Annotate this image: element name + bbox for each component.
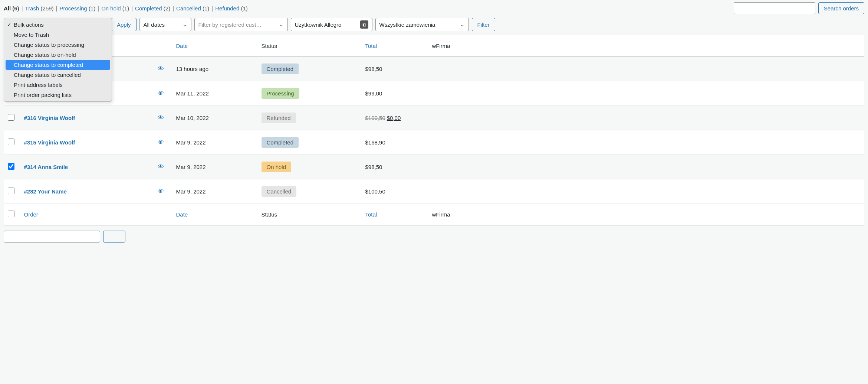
bulk-actions-dropdown[interactable]: Bulk actionsMove to TrashChange status t… [4,18,112,102]
status-badge: Processing [262,88,299,99]
search-orders-button[interactable]: Search orders [818,2,864,14]
wfirma-cell [428,155,864,179]
orders-table: Order Date Status Total wFirma 👁13 hours… [4,35,864,225]
column-status-footer: Status [258,204,362,225]
dates-filter-select[interactable]: All dates ⌄ [139,18,191,31]
table-header-row: Order Date Status Total wFirma [4,35,864,57]
apply-button-bottom[interactable] [103,231,125,243]
wfirma-cell [428,81,864,106]
wfirma-cell [428,57,864,81]
filters-toolbar: Bulk actionsMove to TrashChange status t… [4,18,864,31]
status-filter-link[interactable]: Refunded (1) [215,5,248,12]
order-date: Mar 9, 2022 [172,155,258,179]
order-link[interactable]: #314 Anna Smile [24,164,68,170]
bulk-action-option[interactable]: Change status to cancelled [4,70,112,80]
status-badge: Refunded [262,113,296,123]
status-badge: Completed [262,64,299,74]
row-checkbox[interactable] [8,114,14,121]
chevron-down-icon: ⌄ [460,21,465,28]
order-date: 13 hours ago [172,57,258,81]
column-total[interactable]: Total [362,35,428,57]
orders-filter-select[interactable]: Wszystkie zamówienia ⌄ [375,18,469,31]
status-filter-link[interactable]: Processing (1) [60,5,96,12]
customer-filter-select[interactable]: Filter by registered cust… ⌄ [194,18,288,31]
orders-filter-label: Wszystkie zamówienia [379,22,435,28]
order-date: Mar 9, 2022 [172,179,258,204]
order-total: $100,50 [362,179,428,204]
row-checkbox[interactable] [8,163,14,170]
apply-button[interactable]: Apply [111,18,137,31]
status-badge: On hold [262,162,292,172]
filter-button[interactable]: Filter [472,18,495,31]
table-row[interactable]: #315 Virginia Woolf👁Mar 9, 2022Completed… [4,130,864,155]
bulk-actions-select-bottom[interactable] [4,231,100,243]
footer-toolbar [4,231,864,243]
status-links: All (6) | Trash (259) | Processing (1) |… [4,5,248,12]
table-footer-row: Order Date Status Total wFirma [4,204,864,225]
table-row[interactable]: 👁13 hours agoCompleted$98,50 [4,57,864,81]
order-date: Mar 10, 2022 [172,106,258,130]
order-total: $168,90 [362,130,428,155]
column-date-footer[interactable]: Date [172,204,258,225]
order-link[interactable]: #315 Virginia Woolf [24,139,75,146]
status-filter-bar: All (6) | Trash (259) | Processing (1) |… [4,1,864,18]
column-status: Status [258,35,362,57]
allegro-icon: ◧ [360,20,368,29]
bulk-action-option[interactable]: Print order packing lists [4,90,112,100]
order-date: Mar 9, 2022 [172,130,258,155]
preview-eye-icon[interactable]: 👁 [158,90,164,97]
column-preview [154,35,172,57]
column-total-footer[interactable]: Total [362,204,428,225]
table-row[interactable]: 👁Mar 11, 2022Processing$99,00 [4,81,864,106]
preview-eye-icon[interactable]: 👁 [158,65,164,72]
row-checkbox[interactable] [8,139,14,145]
wfirma-cell [428,106,864,130]
chevron-down-icon: ⌄ [183,21,187,28]
status-badge: Cancelled [262,186,297,197]
column-wfirma-footer: wFirma [428,204,864,225]
order-date: Mar 11, 2022 [172,81,258,106]
allegro-user-label: Użytkownik Allegro [295,22,342,28]
bulk-action-option[interactable]: Change status to processing [4,40,112,50]
preview-eye-icon[interactable]: 👁 [158,163,164,170]
order-total: $98,50 [362,57,428,81]
table-row[interactable]: #282 Your Name👁Mar 9, 2022Cancelled$100,… [4,179,864,204]
select-all-footer[interactable] [4,204,20,225]
row-checkbox[interactable] [8,188,14,194]
order-link[interactable]: #282 Your Name [24,188,67,195]
preview-eye-icon[interactable]: 👁 [158,114,164,121]
column-order-footer[interactable]: Order [20,204,154,225]
order-link[interactable]: #316 Virginia Woolf [24,115,75,121]
status-badge: Completed [262,137,299,148]
preview-eye-icon[interactable]: 👁 [158,139,164,146]
status-filter-link[interactable]: On hold (1) [101,5,129,12]
bulk-action-option[interactable]: Change status to on-hold [4,50,112,60]
order-total: $98,50 [362,155,428,179]
dates-filter-label: All dates [144,22,165,28]
select-all-checkbox-footer[interactable] [8,211,14,217]
status-filter-link[interactable]: Trash (259) [25,5,54,12]
bulk-action-option[interactable]: Bulk actions [4,20,112,30]
table-row[interactable]: #316 Virginia Woolf👁Mar 10, 2022Refunded… [4,106,864,130]
order-total: $100,50$0,00 [362,106,428,130]
column-date[interactable]: Date [172,35,258,57]
status-filter-link[interactable]: All (6) [4,5,19,12]
status-filter-link[interactable]: Cancelled (1) [176,5,209,12]
preview-eye-icon[interactable]: 👁 [158,188,164,195]
customer-filter-placeholder: Filter by registered cust… [198,22,262,28]
bulk-action-option[interactable]: Print address labels [4,80,112,90]
wfirma-cell [428,130,864,155]
allegro-user-select[interactable]: Użytkownik Allegro ◧ [291,18,372,31]
chevron-down-icon: ⌄ [279,21,284,28]
bulk-action-option[interactable]: Move to Trash [4,30,112,40]
wfirma-cell [428,179,864,204]
status-filter-link[interactable]: Completed (2) [135,5,170,12]
order-total: $99,00 [362,81,428,106]
table-row[interactable]: #314 Anna Smile👁Mar 9, 2022On hold$98,50 [4,155,864,179]
column-wfirma: wFirma [428,35,864,57]
search-input[interactable] [734,2,815,14]
bulk-action-option[interactable]: Change status to completed [6,60,110,70]
search-area: Search orders [734,2,864,14]
